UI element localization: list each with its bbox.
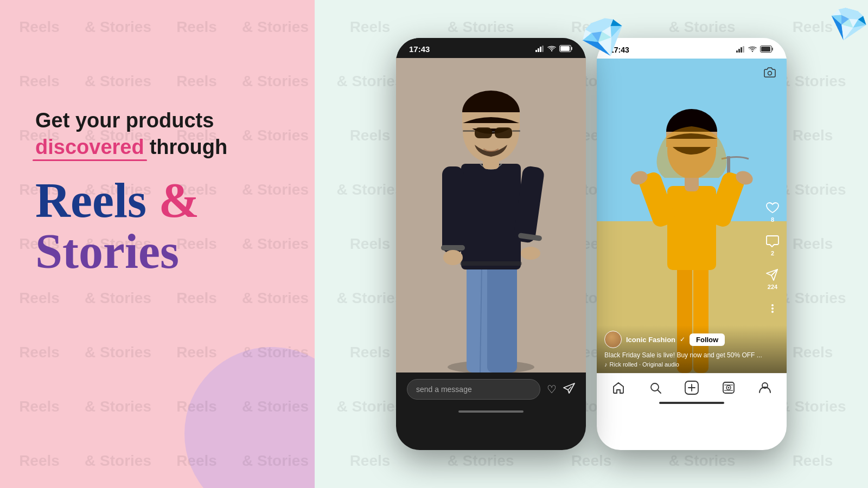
- svg-rect-27: [463, 130, 475, 132]
- svg-rect-24: [475, 127, 492, 138]
- home-indicator: [458, 410, 524, 413]
- phone2-reel-content: 8 2: [597, 59, 787, 373]
- svg-rect-25: [495, 127, 512, 138]
- phone1-photo: [396, 58, 586, 373]
- more-icon-group[interactable]: [765, 301, 780, 316]
- signal-icon-2: [736, 46, 745, 54]
- music-icon: ♪: [604, 361, 608, 368]
- stories-text: Stories: [35, 226, 227, 278]
- svg-rect-0: [535, 50, 537, 52]
- svg-rect-33: [743, 46, 744, 53]
- reels-amp-text: Reels &: [35, 175, 227, 227]
- comment-icon[interactable]: [765, 234, 780, 249]
- ampersand: &: [158, 174, 199, 227]
- like-icon-group[interactable]: 8: [765, 200, 780, 223]
- svg-rect-43: [667, 186, 716, 270]
- left-text-block: Get your products discovered through Ree…: [35, 108, 227, 278]
- phone1-home-bar: [396, 406, 586, 420]
- phone1-status-icons: [535, 44, 573, 54]
- svg-point-54: [771, 307, 774, 310]
- comment-count: 2: [771, 250, 774, 256]
- home-indicator-2: [659, 402, 724, 404]
- svg-rect-30: [736, 50, 738, 53]
- reels-nav-icon[interactable]: [720, 379, 737, 396]
- phone2-status-icons: [736, 46, 774, 54]
- svg-rect-28: [512, 130, 520, 132]
- reel-user-row: Iconic Fashion ✓ Follow: [604, 331, 779, 348]
- svg-rect-10: [487, 259, 517, 373]
- audio-text: Rick rolled · Original audio: [610, 361, 679, 368]
- phone1-status-bar: 17:43: [396, 38, 586, 58]
- phone1-time: 17:43: [409, 44, 430, 54]
- profile-nav-icon[interactable]: [756, 379, 774, 396]
- verified-badge: ✓: [680, 336, 685, 343]
- share-icon[interactable]: [765, 267, 780, 282]
- svg-rect-3: [542, 46, 544, 52]
- svg-rect-31: [738, 49, 740, 53]
- svg-rect-12: [461, 164, 521, 269]
- message-input[interactable]: send a message: [407, 379, 540, 400]
- like-count: 8: [771, 216, 774, 223]
- home-nav-icon[interactable]: [610, 379, 627, 396]
- svg-point-16: [443, 250, 463, 265]
- reel-overlay-bottom: Iconic Fashion ✓ Follow Black Friday Sal…: [597, 325, 787, 373]
- follow-button[interactable]: Follow: [690, 333, 725, 346]
- comment-icon-group[interactable]: 2: [765, 234, 780, 256]
- man-illustration: [396, 58, 586, 373]
- wifi-icon-2: [748, 46, 757, 54]
- reel-user-avatar: [604, 331, 622, 348]
- svg-point-4: [551, 50, 552, 51]
- reel-username: Iconic Fashion: [626, 336, 675, 344]
- svg-rect-13: [460, 261, 522, 266]
- discovered-word: discovered: [35, 136, 144, 159]
- more-icon[interactable]: [765, 301, 780, 316]
- svg-rect-2: [540, 47, 541, 52]
- svg-point-52: [768, 72, 772, 75]
- svg-point-53: [771, 304, 774, 306]
- brand-title: Reels & Stories: [35, 175, 227, 278]
- heart-icon[interactable]: ♡: [547, 383, 557, 396]
- reel-audio: ♪ Rick rolled · Original audio: [604, 361, 779, 368]
- search-nav-icon[interactable]: [647, 379, 664, 396]
- camera-icon[interactable]: [764, 67, 776, 81]
- svg-point-63: [727, 387, 729, 389]
- svg-point-55: [771, 311, 774, 313]
- phones-container: 17:43: [315, 0, 868, 488]
- left-panel: Reels & Stories Reels & Stories Reels & …: [0, 0, 315, 488]
- like-icon[interactable]: [765, 200, 780, 215]
- reel-caption: Black Friday Sale is live! Buy now and g…: [604, 351, 779, 359]
- message-placeholder: send a message: [416, 385, 472, 394]
- svg-point-34: [752, 50, 753, 52]
- svg-rect-1: [538, 48, 539, 52]
- phone1-mockup: 17:43: [396, 38, 586, 450]
- battery-icon: [559, 44, 573, 54]
- phone2-mockup: 17:43: [597, 38, 787, 450]
- right-background: Reels & Stories Reels & Stories Reels & …: [315, 0, 868, 488]
- share-icon-group[interactable]: 224: [765, 267, 780, 290]
- battery-icon-2: [760, 46, 774, 54]
- svg-rect-14: [442, 166, 464, 253]
- signal-icon: [535, 44, 544, 54]
- phone2-home-bar: [597, 399, 787, 410]
- svg-rect-32: [741, 47, 742, 53]
- send-icon[interactable]: [563, 383, 575, 396]
- svg-line-57: [658, 390, 661, 394]
- svg-rect-15: [441, 245, 465, 251]
- reel-action-icons: 8 2: [765, 200, 780, 316]
- add-nav-icon[interactable]: [683, 379, 700, 396]
- svg-point-19: [521, 247, 540, 260]
- phone2-bottom-nav: [597, 373, 787, 399]
- wifi-icon: [547, 44, 556, 54]
- discovered-line: discovered through: [35, 136, 227, 159]
- svg-rect-6: [560, 46, 570, 51]
- phone1-message-bar: send a message ♡: [396, 373, 586, 406]
- tagline-line1: Get your products: [35, 108, 227, 133]
- share-count: 224: [768, 284, 777, 290]
- svg-rect-36: [761, 47, 770, 52]
- through-word: through: [150, 136, 228, 159]
